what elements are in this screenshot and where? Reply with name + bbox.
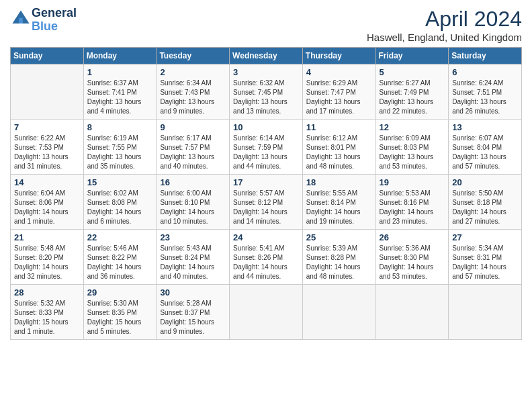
day-info: Sunrise: 5:50 AM Sunset: 8:18 PM Dayligh… [452,189,518,226]
day-info: Sunrise: 5:41 AM Sunset: 8:26 PM Dayligh… [233,244,299,281]
calendar-cell: 30Sunrise: 5:28 AM Sunset: 8:37 PM Dayli… [157,285,230,340]
calendar-cell: 5Sunrise: 6:27 AM Sunset: 7:49 PM Daylig… [375,64,449,120]
weekday-header-wednesday: Wednesday [230,48,303,64]
day-info: Sunrise: 5:36 AM Sunset: 8:30 PM Dayligh… [380,244,445,281]
day-info: Sunrise: 5:53 AM Sunset: 8:16 PM Dayligh… [380,189,445,226]
logo-text: General Blue [32,7,77,34]
day-info: Sunrise: 6:24 AM Sunset: 7:51 PM Dayligh… [452,79,518,116]
weekday-header-friday: Friday [375,48,449,64]
calendar-cell: 24Sunrise: 5:41 AM Sunset: 8:26 PM Dayli… [230,230,303,285]
logo: General Blue [10,7,77,34]
calendar-cell: 14Sunrise: 6:04 AM Sunset: 8:06 PM Dayli… [11,175,84,230]
day-info: Sunrise: 6:32 AM Sunset: 7:45 PM Dayligh… [233,79,299,116]
calendar-cell: 16Sunrise: 6:00 AM Sunset: 8:10 PM Dayli… [157,175,230,230]
calendar-cell: 9Sunrise: 6:17 AM Sunset: 7:57 PM Daylig… [157,120,230,175]
day-info: Sunrise: 6:19 AM Sunset: 7:55 PM Dayligh… [87,134,153,171]
day-info: Sunrise: 6:14 AM Sunset: 7:59 PM Dayligh… [233,134,299,171]
day-number: 26 [380,232,445,242]
day-number: 17 [233,177,299,187]
calendar-cell [302,285,375,340]
calendar-cell: 7Sunrise: 6:22 AM Sunset: 7:53 PM Daylig… [11,120,84,175]
calendar-cell: 2Sunrise: 6:34 AM Sunset: 7:43 PM Daylig… [157,64,230,120]
calendar-cell [230,285,303,340]
calendar-cell: 1Sunrise: 6:37 AM Sunset: 7:41 PM Daylig… [83,64,157,120]
day-number: 14 [14,177,80,187]
weekday-header-row: SundayMondayTuesdayWednesdayThursdayFrid… [11,48,522,64]
day-info: Sunrise: 5:30 AM Sunset: 8:35 PM Dayligh… [87,299,153,336]
day-number: 19 [380,177,445,187]
calendar-cell: 18Sunrise: 5:55 AM Sunset: 8:14 PM Dayli… [302,175,375,230]
weekday-header-sunday: Sunday [11,48,84,64]
month-year-title: April 2024 [367,7,522,32]
day-number: 27 [452,232,518,242]
calendar-cell: 27Sunrise: 5:34 AM Sunset: 8:31 PM Dayli… [449,230,522,285]
title-block: April 2024 Haswell, England, United King… [367,7,522,43]
day-info: Sunrise: 5:55 AM Sunset: 8:14 PM Dayligh… [306,189,372,226]
calendar-cell: 15Sunrise: 6:02 AM Sunset: 8:08 PM Dayli… [83,175,157,230]
day-number: 2 [160,67,226,77]
calendar-cell: 20Sunrise: 5:50 AM Sunset: 8:18 PM Dayli… [449,175,522,230]
weekday-header-monday: Monday [83,48,157,64]
day-number: 10 [233,122,299,132]
calendar-cell: 12Sunrise: 6:09 AM Sunset: 8:03 PM Dayli… [375,120,449,175]
day-number: 30 [160,287,226,298]
day-number: 18 [306,177,372,187]
calendar-cell: 8Sunrise: 6:19 AM Sunset: 7:55 PM Daylig… [83,120,157,175]
day-info: Sunrise: 6:29 AM Sunset: 7:47 PM Dayligh… [306,79,372,116]
calendar-cell: 19Sunrise: 5:53 AM Sunset: 8:16 PM Dayli… [375,175,449,230]
day-info: Sunrise: 6:34 AM Sunset: 7:43 PM Dayligh… [160,79,226,116]
day-info: Sunrise: 6:37 AM Sunset: 7:41 PM Dayligh… [87,79,153,116]
calendar-cell [449,285,522,340]
svg-rect-1 [19,17,23,23]
day-info: Sunrise: 6:27 AM Sunset: 7:49 PM Dayligh… [380,79,445,116]
calendar-cell: 10Sunrise: 6:14 AM Sunset: 7:59 PM Dayli… [230,120,303,175]
day-number: 9 [160,122,226,132]
calendar-week-row: 14Sunrise: 6:04 AM Sunset: 8:06 PM Dayli… [11,175,522,230]
page-header: General Blue April 2024 Haswell, England… [10,7,522,43]
day-info: Sunrise: 6:09 AM Sunset: 8:03 PM Dayligh… [380,134,445,171]
calendar-cell [375,285,449,340]
day-info: Sunrise: 5:46 AM Sunset: 8:22 PM Dayligh… [87,244,153,281]
day-number: 15 [87,177,153,187]
calendar-week-row: 1Sunrise: 6:37 AM Sunset: 7:41 PM Daylig… [11,64,522,120]
day-number: 29 [87,287,153,298]
day-number: 16 [160,177,226,187]
day-info: Sunrise: 5:57 AM Sunset: 8:12 PM Dayligh… [233,189,299,226]
day-number: 8 [87,122,153,132]
calendar-cell: 21Sunrise: 5:48 AM Sunset: 8:20 PM Dayli… [11,230,84,285]
day-number: 13 [452,122,518,132]
calendar-cell: 11Sunrise: 6:12 AM Sunset: 8:01 PM Dayli… [302,120,375,175]
weekday-header-tuesday: Tuesday [157,48,230,64]
day-info: Sunrise: 6:17 AM Sunset: 7:57 PM Dayligh… [160,134,226,171]
day-number: 22 [87,232,153,242]
day-info: Sunrise: 5:48 AM Sunset: 8:20 PM Dayligh… [14,244,80,281]
calendar-table: SundayMondayTuesdayWednesdayThursdayFrid… [10,47,522,340]
day-number: 12 [380,122,445,132]
calendar-cell: 3Sunrise: 6:32 AM Sunset: 7:45 PM Daylig… [230,64,303,120]
day-number: 5 [380,67,445,77]
day-number: 11 [306,122,372,132]
calendar-cell: 29Sunrise: 5:30 AM Sunset: 8:35 PM Dayli… [83,285,157,340]
day-number: 20 [452,177,518,187]
day-number: 21 [14,232,80,242]
calendar-cell: 13Sunrise: 6:07 AM Sunset: 8:04 PM Dayli… [449,120,522,175]
day-info: Sunrise: 5:28 AM Sunset: 8:37 PM Dayligh… [160,299,226,336]
day-number: 3 [233,67,299,77]
day-info: Sunrise: 5:32 AM Sunset: 8:33 PM Dayligh… [14,299,80,336]
day-info: Sunrise: 5:43 AM Sunset: 8:24 PM Dayligh… [160,244,226,281]
day-info: Sunrise: 6:22 AM Sunset: 7:53 PM Dayligh… [14,134,80,171]
calendar-cell: 6Sunrise: 6:24 AM Sunset: 7:51 PM Daylig… [449,64,522,120]
day-number: 25 [306,232,372,242]
day-number: 28 [14,287,80,298]
calendar-cell: 17Sunrise: 5:57 AM Sunset: 8:12 PM Dayli… [230,175,303,230]
day-number: 24 [233,232,299,242]
calendar-cell: 28Sunrise: 5:32 AM Sunset: 8:33 PM Dayli… [11,285,84,340]
logo-icon [11,9,30,28]
calendar-week-row: 28Sunrise: 5:32 AM Sunset: 8:33 PM Dayli… [11,285,522,340]
calendar-cell: 26Sunrise: 5:36 AM Sunset: 8:30 PM Dayli… [375,230,449,285]
calendar-week-row: 21Sunrise: 5:48 AM Sunset: 8:20 PM Dayli… [11,230,522,285]
day-info: Sunrise: 5:39 AM Sunset: 8:28 PM Dayligh… [306,244,372,281]
day-info: Sunrise: 6:07 AM Sunset: 8:04 PM Dayligh… [452,134,518,171]
day-info: Sunrise: 5:34 AM Sunset: 8:31 PM Dayligh… [452,244,518,281]
day-number: 6 [452,67,518,77]
